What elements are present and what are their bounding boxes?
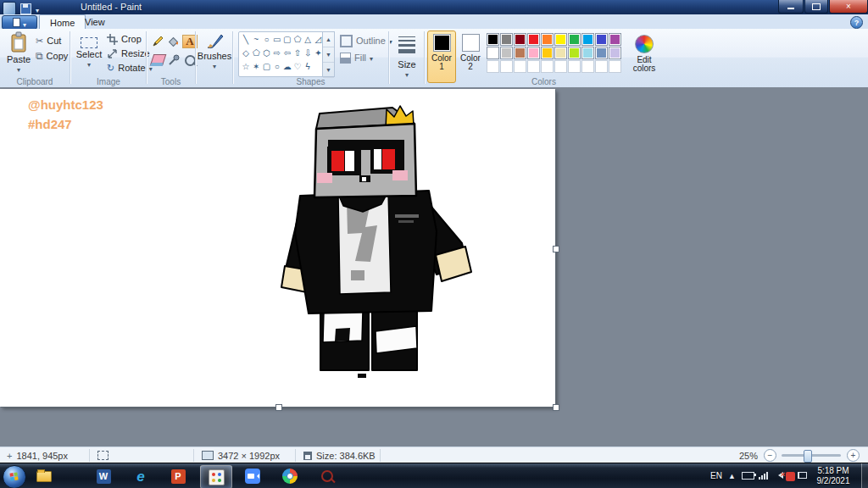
canvas-resize-handle-corner[interactable] <box>553 404 559 411</box>
notification-app-icon[interactable] <box>786 472 795 483</box>
shape-hexagon[interactable]: ⬡ <box>261 47 271 60</box>
palette-swatch[interactable] <box>541 33 554 46</box>
crop-button[interactable]: Crop <box>107 32 142 46</box>
shape-line[interactable]: ╲ <box>241 33 251 47</box>
shape-lightning[interactable]: ϟ <box>303 60 313 74</box>
select-button[interactable]: Select <box>73 30 105 83</box>
zoom-slider[interactable] <box>782 454 841 457</box>
palette-swatch-empty[interactable] <box>609 60 621 73</box>
fill-tool[interactable] <box>165 33 182 50</box>
resize-button[interactable]: Resize <box>107 47 150 60</box>
shape-triangle[interactable]: △ <box>303 33 313 47</box>
taskbar-paint-button[interactable] <box>200 465 232 488</box>
palette-swatch[interactable] <box>500 33 513 46</box>
shape-callout-oval[interactable]: ○ <box>272 60 282 74</box>
scroll-up-icon[interactable]: ▲ <box>323 32 334 47</box>
palette-swatch-empty[interactable] <box>595 60 608 73</box>
shape-callout-cloud[interactable]: ☁ <box>282 60 292 74</box>
taskbar-zoom-button[interactable] <box>237 465 268 487</box>
shape-rectangle[interactable]: ▭ <box>272 33 282 47</box>
shape-rounded-rectangle[interactable]: ▢ <box>282 33 292 47</box>
shape-arrow-up[interactable]: ⇧ <box>292 47 303 60</box>
outline-button[interactable]: Outline <box>340 34 392 47</box>
taskbar-search-button[interactable] <box>312 465 342 487</box>
shape-heart[interactable]: ♡ <box>292 60 303 74</box>
palette-swatch[interactable] <box>568 33 581 46</box>
palette-swatch[interactable] <box>554 47 567 59</box>
shape-ellipse[interactable]: ○ <box>261 33 271 47</box>
paint-canvas[interactable]: @huyhtc123 #hd247 <box>0 89 555 407</box>
zoom-in-button[interactable]: + <box>847 449 860 462</box>
pencil-tool[interactable] <box>149 33 166 50</box>
paste-button[interactable]: Paste <box>3 30 35 83</box>
brushes-button[interactable]: Brushes <box>198 30 231 83</box>
shape-pentagon[interactable]: ⬠ <box>251 47 261 60</box>
minimize-button[interactable] <box>778 0 804 14</box>
edit-colors-button[interactable]: Edit colors <box>627 30 661 83</box>
palette-swatch-empty[interactable] <box>554 60 567 73</box>
palette-swatch[interactable] <box>609 47 621 59</box>
shape-arrow-left[interactable]: ⇦ <box>282 47 292 60</box>
zoom-out-button[interactable]: − <box>764 449 776 462</box>
canvas-resize-handle-right[interactable] <box>553 246 559 252</box>
palette-swatch[interactable] <box>541 47 554 59</box>
color2-button[interactable]: Color 2 <box>456 30 485 83</box>
volume-icon[interactable] <box>775 472 783 480</box>
color-picker-tool[interactable] <box>165 52 182 69</box>
palette-swatch[interactable] <box>500 47 513 59</box>
palette-swatch[interactable] <box>487 33 499 46</box>
palette-swatch[interactable] <box>487 47 499 59</box>
palette-swatch-empty[interactable] <box>568 60 581 73</box>
palette-swatch[interactable] <box>554 33 567 46</box>
battery-icon[interactable] <box>742 472 754 481</box>
palette-swatch[interactable] <box>514 47 526 59</box>
palette-swatch[interactable] <box>527 33 540 46</box>
taskbar-word-button[interactable] <box>88 465 119 487</box>
tab-view[interactable]: View <box>75 14 115 29</box>
paint-app-icon[interactable] <box>3 2 16 15</box>
shape-polygon[interactable]: ⬠ <box>292 33 303 47</box>
palette-swatch-empty[interactable] <box>581 60 594 73</box>
palette-swatch[interactable] <box>581 33 594 46</box>
canvas-resize-handle-bottom[interactable] <box>275 404 282 411</box>
taskbar-internet-explorer-button[interactable] <box>125 465 156 487</box>
close-button[interactable] <box>829 0 868 14</box>
shape-arrow-right[interactable]: ⇨ <box>272 47 282 60</box>
taskbar-powerpoint-button[interactable] <box>163 465 193 487</box>
palette-swatch-empty[interactable] <box>487 60 499 73</box>
palette-swatch[interactable] <box>595 33 608 46</box>
shape-star-6[interactable]: ✶ <box>251 60 261 74</box>
hidden-icons-chevron[interactable]: ▲ <box>728 472 736 480</box>
taskbar-clock[interactable]: 5:18 PM 9/2/2021 <box>809 466 858 486</box>
network-icon[interactable] <box>759 472 768 480</box>
show-desktop-button[interactable] <box>861 463 868 488</box>
help-button[interactable] <box>850 16 863 29</box>
action-center-flag-icon[interactable] <box>798 472 807 480</box>
fill-button[interactable]: Fill <box>340 51 373 64</box>
size-button[interactable]: Size <box>391 30 423 83</box>
palette-swatch[interactable] <box>581 47 594 59</box>
save-icon[interactable] <box>20 3 31 14</box>
palette-swatch-empty[interactable] <box>527 60 540 73</box>
palette-swatch-empty[interactable] <box>514 60 526 73</box>
language-indicator[interactable]: EN <box>710 471 722 480</box>
shape-diamond[interactable]: ◇ <box>241 47 251 60</box>
shape-curve[interactable]: ~ <box>251 33 261 47</box>
palette-swatch[interactable] <box>609 33 621 46</box>
palette-swatch-empty[interactable] <box>541 60 554 73</box>
palette-swatch[interactable] <box>527 47 540 59</box>
taskbar-browser-button[interactable] <box>275 465 305 487</box>
palette-swatch[interactable] <box>595 47 608 59</box>
application-menu-button[interactable] <box>2 15 37 30</box>
eraser-tool[interactable] <box>149 52 166 69</box>
maximize-button[interactable] <box>804 0 828 14</box>
palette-swatch[interactable] <box>514 33 526 46</box>
shape-callout-rounded[interactable]: ▢ <box>261 60 271 74</box>
zoom-slider-thumb[interactable] <box>804 450 812 463</box>
color1-button[interactable]: Color 1 <box>427 30 456 83</box>
scroll-down-icon[interactable]: ▼ <box>323 47 334 63</box>
palette-swatch-empty[interactable] <box>500 60 513 73</box>
start-button[interactable] <box>3 465 26 488</box>
gallery-more-icon[interactable]: ▼ <box>323 63 334 78</box>
shape-star-5[interactable]: ☆ <box>241 60 251 74</box>
